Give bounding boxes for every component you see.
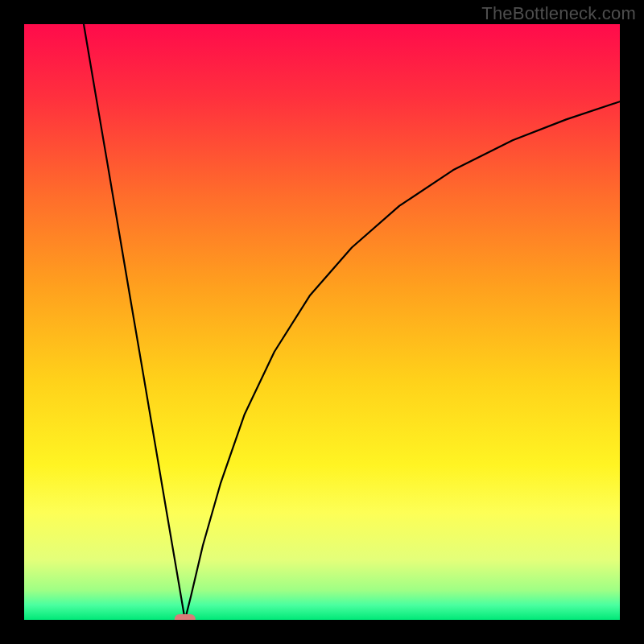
gradient-background	[24, 24, 620, 620]
optimum-marker	[175, 614, 196, 620]
chart-frame: TheBottleneck.com	[0, 0, 644, 644]
watermark-text: TheBottleneck.com	[481, 3, 636, 24]
chart-svg	[24, 24, 620, 620]
